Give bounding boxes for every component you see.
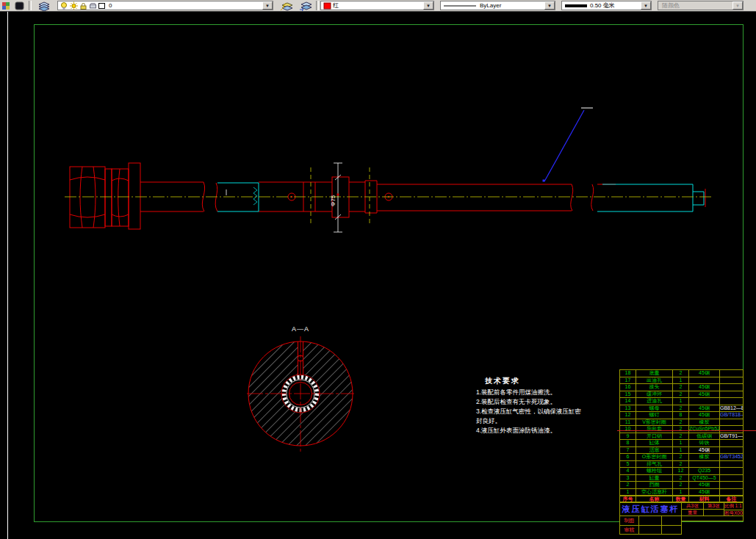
toolbar-separator (29, 1, 32, 10)
lineweight-dropdown[interactable]: 0.50 毫米 ▼ (561, 1, 652, 10)
cell-qty: 2 (673, 426, 689, 433)
cell-qty: 12 (673, 468, 689, 474)
cell-qty: 2 (673, 384, 689, 391)
dropdown-arrow-icon[interactable]: ▼ (544, 1, 555, 10)
cell-qty: 1 (673, 489, 689, 496)
plotstyle-dropdown: 随颜色 ▼ (658, 1, 744, 10)
table-row: 11 V形密封圈 2 橡胶 (620, 419, 743, 427)
cell-no: 2 (620, 482, 636, 488)
linetype-dropdown[interactable]: ByLayer ▼ (440, 1, 555, 10)
sheet-number: 第3张 (704, 503, 724, 510)
cell-qty: 2 (673, 419, 689, 426)
cell-material: QT450—5 (689, 475, 720, 482)
layer-states-icon (15, 1, 24, 10)
cell-qty: 2 (673, 461, 689, 468)
lock-icon (79, 1, 88, 10)
cell-name: V形密封圈 (636, 419, 673, 426)
cell-name: 开口销 (636, 433, 673, 440)
cell-qty: 1 (673, 377, 689, 384)
cell-remark (720, 482, 743, 488)
cell-remark: GB812—88 (720, 405, 743, 412)
cell-name: O形密封圈 (636, 454, 673, 460)
cell-remark (720, 384, 743, 391)
table-row: 10 导向套 2 ZCuSn5Pb5Zn5 (620, 426, 743, 433)
table-row: 2 挡圈 2 45钢 (620, 482, 743, 489)
table-row: 12 螺钉 8 45钢 GB/T818—85 (620, 412, 743, 419)
table-row: 7 活塞 1 45钢 (620, 447, 743, 455)
layers-button[interactable] (34, 0, 54, 11)
cell-name: 底盖 (636, 370, 673, 377)
cell-material: ZCuSn5Pb5Zn5 (689, 426, 720, 433)
table-row: 4 螺栓组 12 Q235 (620, 468, 743, 475)
color-dropdown[interactable]: 红 ▼ (320, 1, 434, 10)
header-remark: 备注 (720, 496, 743, 502)
layer-states-button[interactable] (12, 0, 26, 11)
cell-material: 45钢 (689, 489, 720, 496)
cell-name: 螺栓组 (636, 468, 673, 474)
piston-rod-main-view (70, 163, 705, 229)
tech-line: 2.装配后检查有无卡死现象。 (476, 397, 594, 407)
grip-point[interactable] (337, 194, 339, 196)
cell-remark (720, 489, 743, 496)
title-block: 液压缸活塞杆 共3张 重量 第3张 比例 1:1 图号 X003 (619, 502, 744, 516)
cell-qty: 2 (673, 405, 689, 412)
cell-material: 45钢 (689, 482, 720, 488)
sheet-total: 共3张 (682, 503, 702, 510)
layer-dropdown[interactable]: 0 ▼ (57, 1, 273, 10)
table-row: 9 开口销 2 低碳钢 GB/T91—86 (620, 433, 743, 441)
header-qty: 数量 (673, 496, 689, 502)
scale-value: 1:1 (734, 503, 743, 510)
checker-label: 审核 (620, 526, 639, 535)
layers-stack-icon (37, 1, 51, 11)
table-row: 13 螺母 2 45钢 GB812—88 (620, 405, 743, 413)
drawing-title: 液压缸活塞杆 (620, 503, 682, 516)
layer-properties-button[interactable] (0, 0, 11, 11)
dropdown-arrow-icon: ▼ (732, 1, 743, 10)
cell-remark (720, 447, 743, 454)
cell-remark: GB/T818—85 (720, 412, 743, 419)
cell-remark (720, 377, 743, 384)
cell-remark: GB/T91—86 (720, 433, 743, 440)
cell-remark (720, 440, 743, 446)
cell-qty: 2 (673, 482, 689, 488)
cell-qty: 1 (673, 440, 689, 446)
empty-cell (662, 526, 681, 535)
toolbar-separator (316, 1, 319, 10)
make-object-layer-current-button[interactable] (278, 0, 295, 11)
cell-material: 低碳钢 (689, 433, 720, 440)
dropdown-arrow-icon[interactable]: ▼ (262, 1, 273, 10)
dropdown-arrow-icon[interactable]: ▼ (423, 1, 433, 10)
cell-material (689, 377, 720, 384)
cell-name: 空心活塞杆 (636, 489, 673, 496)
dimension-text: Φ75 (330, 195, 336, 206)
cell-remark (720, 426, 743, 433)
parts-list-header: 序号 名称 数量 材料 备注 (619, 496, 744, 502)
cell-material: 铸铁 (689, 440, 720, 446)
linetype-sample-icon (444, 2, 476, 10)
cell-qty: 2 (673, 454, 689, 460)
tech-title: 技术要求 (476, 376, 594, 386)
cell-remark: GB/T3452—92 (720, 454, 743, 460)
header-name: 名称 (636, 496, 673, 502)
table-row: 14 进油孔 1 (620, 398, 743, 405)
color-value: 红 (333, 1, 339, 10)
lineweight-sample-icon (565, 2, 587, 10)
cell-qty: 1 (673, 398, 689, 405)
empty-cell (639, 526, 662, 535)
cell-material: 橡胶 (689, 454, 720, 460)
cell-material (689, 398, 720, 405)
cell-no: 3 (620, 475, 636, 482)
cell-qty: 2 (673, 391, 689, 398)
table-row: 6 O形密封圈 2 橡胶 GB/T3452—92 (620, 454, 743, 461)
layer-previous-button[interactable] (297, 0, 314, 11)
plot-icon (88, 1, 98, 10)
cell-no: 17 (620, 377, 636, 384)
cell-no: 7 (620, 447, 636, 454)
dropdown-arrow-icon[interactable]: ▼ (641, 1, 651, 10)
section-view-aa (247, 336, 354, 452)
empty-cell (639, 516, 662, 525)
cell-material: 45钢 (689, 370, 720, 377)
cell-no: 5 (620, 461, 636, 468)
table-row: 3 缸盖 2 QT450—5 (620, 475, 743, 482)
cell-remark (720, 419, 743, 426)
